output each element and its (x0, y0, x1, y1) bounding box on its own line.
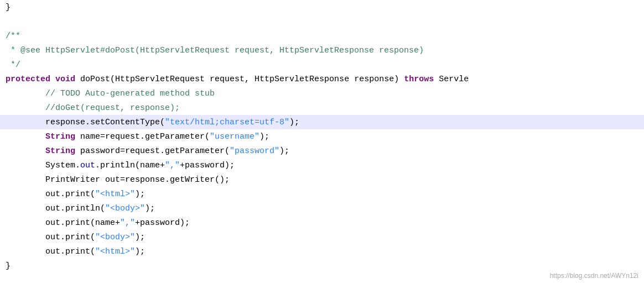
token: ); (135, 190, 145, 199)
token: name=request.getParameter( (75, 132, 210, 141)
comment-token: */ (6, 60, 20, 70)
token: ); (145, 204, 155, 213)
line-closing-brace: } (0, 259, 644, 273)
token: ); (259, 132, 269, 141)
token: ); (135, 247, 145, 256)
token (6, 132, 45, 141)
token: ); (279, 146, 289, 156)
token: out.print( (6, 233, 95, 242)
comment-token: * @see HttpServlet#doPost(HttpServletReq… (6, 46, 424, 55)
token: +password); (135, 218, 190, 228)
keyword-void: void (55, 75, 75, 84)
token: response.setContentType( (6, 118, 165, 127)
line-setcontent: response.setContentType( "text/html;char… (0, 115, 644, 129)
comment-token: // TODO Auto-generated method stub (6, 89, 215, 98)
string-username: "username" (210, 132, 259, 141)
token: ); (135, 233, 145, 242)
keyword-string: String (45, 132, 75, 141)
comment-token: //doGet(request, response); (6, 103, 180, 113)
line-method-sig: protected void doPost(HttpServletRequest… (0, 72, 644, 86)
line-open-brace: } (0, 0, 644, 14)
line-comment-1: /** (0, 29, 644, 43)
code-area: } /** * @see HttpServlet#doPost(HttpServ… (0, 0, 644, 273)
code-container: } /** * @see HttpServlet#doPost(HttpServ… (0, 0, 644, 284)
line-out-html-2: out.print( "<html>" ); (0, 244, 644, 259)
token: out.print(name+ (6, 218, 120, 228)
token (6, 146, 45, 156)
token: out.println( (6, 204, 105, 213)
line-todo: // TODO Auto-generated method stub (0, 86, 644, 101)
string-html-close: "<html>" (95, 247, 135, 256)
token: System. (6, 161, 80, 170)
line-printwriter: PrintWriter out=response.getWriter(); (0, 172, 644, 187)
token: out.print( (6, 190, 95, 199)
line-doget: //doGet(request, response); (0, 101, 644, 115)
watermark: https://blog.csdn.net/AWYn12i (550, 272, 638, 280)
keyword-string-2: String (45, 146, 75, 156)
line-comment-3: */ (0, 57, 644, 72)
line-comment-2: * @see HttpServlet#doPost(HttpServletReq… (0, 43, 644, 57)
string-html-open: "<html>" (95, 190, 135, 199)
line-string-name: String name=request.getParameter( "usern… (0, 129, 644, 144)
string-body-close: "<body>" (95, 233, 135, 242)
token-out: out (80, 161, 95, 170)
token: +password); (180, 161, 235, 170)
string-comma-2: "," (120, 218, 135, 228)
token: } (6, 261, 11, 271)
keyword-protected: protected (6, 75, 50, 84)
string-comma: "," (165, 161, 180, 170)
token: password=request.getParameter( (75, 146, 230, 156)
line-blank (0, 14, 644, 29)
line-out-html-1: out.print( "<html>" ); (0, 187, 644, 201)
token (50, 75, 55, 84)
line-out-body-2: out.print( "<body>" ); (0, 230, 644, 244)
keyword-throws: throws (404, 75, 434, 84)
line-out-body-1: out.println( "<body>" ); (0, 201, 644, 215)
token: doPost(HttpServletRequest request, HttpS… (75, 75, 404, 84)
token: Servle (434, 75, 469, 84)
comment-token: /** (6, 31, 20, 41)
token: out.print( (6, 247, 95, 256)
line-out-name-pw: out.print(name+ "," +password); (0, 215, 644, 230)
string-password: "password" (230, 146, 279, 156)
token: } (6, 3, 11, 12)
string-body-open: "<body>" (105, 204, 145, 213)
token: PrintWriter out=response.getWriter(); (6, 175, 230, 185)
token: ); (289, 118, 299, 127)
line-println: System. out .println(name+ "," +password… (0, 158, 644, 172)
string-token: "text/html;charset=utf-8" (165, 118, 289, 127)
line-string-password: String password=request.getParameter( "p… (0, 144, 644, 158)
token: .println(name+ (95, 161, 165, 170)
